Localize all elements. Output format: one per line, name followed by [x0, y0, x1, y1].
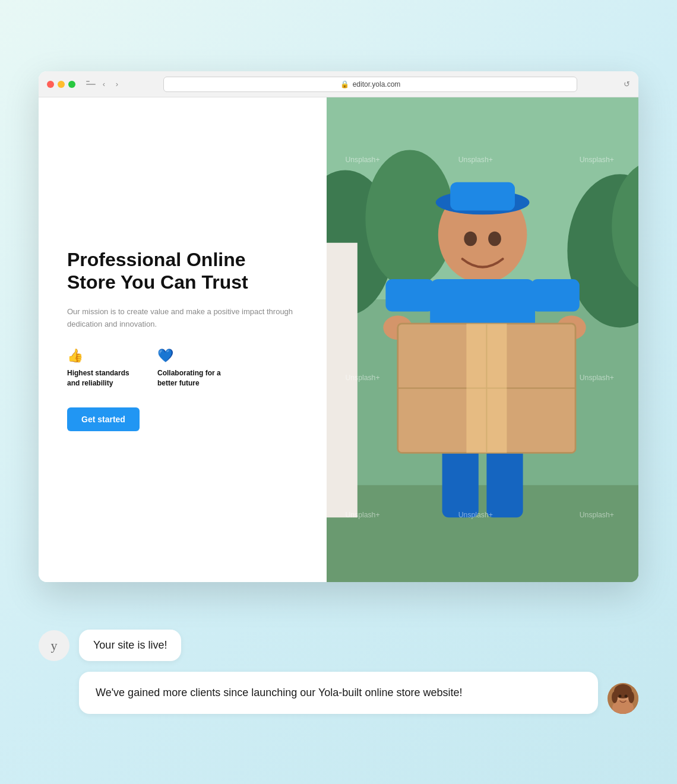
get-started-button[interactable]: Get started: [67, 407, 140, 431]
system-chat-bubble: Your site is live!: [79, 630, 181, 661]
feature-collaborating-label: Collaborating for a better future: [157, 368, 229, 388]
heart-icon: 💙: [157, 348, 229, 363]
hero-description: Our mission is to create value and make …: [67, 306, 298, 331]
svg-text:Unsplash+: Unsplash+: [345, 156, 379, 164]
svg-text:Unsplash+: Unsplash+: [458, 511, 493, 519]
browser-titlebar: ‹ › 🔒 editor.yola.com ↺: [39, 71, 638, 97]
hero-left-panel: Professional Online Store You Can Trust …: [39, 97, 327, 582]
reload-button[interactable]: ↺: [624, 80, 630, 88]
svg-text:Unsplash+: Unsplash+: [580, 374, 614, 382]
user-avatar: [608, 683, 638, 714]
browser-controls: ‹ ›: [86, 80, 122, 89]
svg-rect-6: [327, 485, 638, 582]
website-content: Professional Online Store You Can Trust …: [39, 97, 638, 582]
fullscreen-button[interactable]: [68, 81, 75, 88]
user-chat-bubble: We've gained more clients since launchin…: [79, 672, 598, 714]
browser-window: ‹ › 🔒 editor.yola.com ↺ Professional Onl…: [39, 71, 638, 582]
svg-point-25: [488, 232, 501, 246]
close-button[interactable]: [47, 81, 54, 88]
system-chat-message: y Your site is live!: [39, 630, 638, 661]
feature-standards: 👍 Highest standards and reliability: [67, 348, 138, 388]
svg-point-24: [464, 232, 477, 246]
hero-image-panel: Unsplash+ Unsplash+ Unsplash+ Unsplash+ …: [327, 97, 638, 582]
thumbs-up-icon: 👍: [67, 348, 138, 363]
svg-point-40: [619, 695, 622, 698]
svg-rect-13: [385, 279, 434, 311]
hero-title: Professional Online Store You Can Trust: [67, 248, 298, 294]
svg-text:Unsplash+: Unsplash+: [345, 511, 379, 519]
traffic-lights: [47, 81, 75, 88]
feature-standards-label: Highest standards and reliability: [67, 368, 138, 388]
svg-rect-11: [450, 182, 515, 211]
feature-collaborating: 💙 Collaborating for a better future: [157, 348, 229, 388]
svg-text:Unsplash+: Unsplash+: [345, 374, 379, 382]
svg-point-41: [625, 695, 628, 698]
url-text: editor.yola.com: [353, 80, 401, 88]
svg-text:Unsplash+: Unsplash+: [580, 511, 614, 519]
svg-rect-23: [466, 324, 507, 453]
sidebar-toggle-icon[interactable]: [86, 81, 96, 88]
svg-point-38: [612, 691, 618, 703]
back-button[interactable]: ‹: [99, 80, 109, 89]
svg-text:Unsplash+: Unsplash+: [458, 156, 493, 164]
features-row: 👍 Highest standards and reliability 💙 Co…: [67, 348, 298, 388]
delivery-person-image: Unsplash+ Unsplash+ Unsplash+ Unsplash+ …: [327, 97, 638, 582]
minimize-button[interactable]: [58, 81, 65, 88]
user-chat-message: We've gained more clients since launchin…: [79, 672, 638, 714]
address-bar[interactable]: 🔒 editor.yola.com: [163, 77, 577, 92]
lock-icon: 🔒: [340, 80, 349, 88]
svg-text:Unsplash+: Unsplash+: [580, 156, 614, 164]
svg-rect-14: [531, 279, 580, 311]
yola-avatar: y: [39, 630, 69, 661]
chat-section: y Your site is live! We've gained more c…: [0, 612, 677, 784]
svg-point-39: [628, 691, 634, 703]
forward-button[interactable]: ›: [112, 80, 122, 89]
